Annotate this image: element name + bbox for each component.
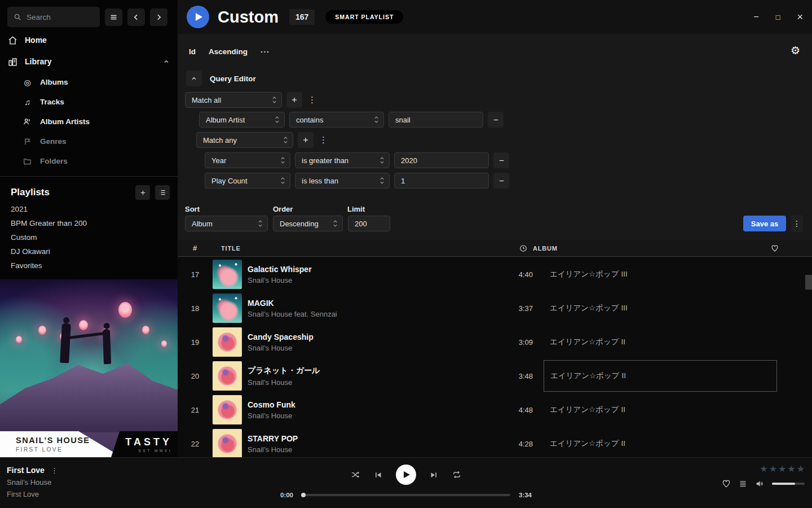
close-button[interactable]: ×	[797, 12, 803, 22]
add-rule-button[interactable]	[298, 132, 314, 148]
match-type-select[interactable]: Match any	[196, 132, 293, 148]
updown-icon	[379, 156, 385, 164]
repeat-button[interactable]	[452, 470, 462, 479]
star-icon[interactable]: ★	[797, 465, 805, 474]
rule-operator-value: is less than	[302, 177, 338, 185]
sidebar-item-genres[interactable]: Genres	[0, 132, 178, 151]
settings-gear-icon[interactable]: ⚙	[791, 44, 800, 57]
now-playing-title[interactable]: First Love	[7, 466, 45, 475]
track-row[interactable]: 19 Candy Spaceship Snail’s House 3:09 エイ…	[178, 325, 812, 359]
playlist-item[interactable]: BPM Greater than 200	[0, 216, 178, 230]
playlist-item[interactable]: Favorites	[0, 259, 178, 273]
playback-controls	[350, 465, 462, 485]
heart-icon	[722, 479, 731, 488]
rule-value-input[interactable]	[394, 152, 489, 168]
rule-operator-select[interactable]: is less than	[295, 173, 390, 189]
rule-operator-select[interactable]: contains	[289, 112, 384, 128]
remove-rule-button[interactable]	[493, 173, 509, 189]
sidebar-item-tracks[interactable]: ♫ Tracks	[0, 92, 178, 112]
track-artist: Snail’s House	[248, 276, 486, 284]
scrollbar-thumb[interactable]	[805, 275, 812, 290]
column-header-album[interactable]: ALBUM	[533, 245, 558, 252]
heart-icon[interactable]	[771, 244, 779, 252]
query-rule-3: Play Count is less than	[205, 173, 509, 189]
sidebar-item-albums[interactable]: ◎ Albums	[0, 72, 178, 92]
nav-back-button[interactable]	[127, 8, 145, 26]
sort-order-control[interactable]: Ascending	[209, 47, 248, 56]
seek-bar[interactable]	[302, 494, 510, 496]
add-playlist-button[interactable]	[135, 185, 150, 200]
chevron-up-icon[interactable]	[163, 58, 170, 65]
track-row[interactable]: 17 Galactic Whisper Snail’s House 4:40 エ…	[178, 257, 812, 291]
play-pause-button[interactable]	[396, 465, 416, 485]
column-header-title[interactable]: TITLE	[213, 245, 248, 252]
play-playlist-button[interactable]	[187, 6, 209, 28]
star-icon[interactable]: ★	[778, 465, 786, 474]
column-header-index[interactable]: #	[178, 244, 213, 252]
queue-button[interactable]	[739, 480, 747, 488]
sidebar-item-album-artists[interactable]: Album Artists	[0, 112, 178, 132]
favorite-button[interactable]	[722, 479, 731, 488]
track-album-cell: エイリアン☆ポップ II	[533, 360, 787, 392]
sidebar-item-home[interactable]: Home	[0, 29, 178, 51]
rule-value-input[interactable]	[389, 112, 483, 128]
track-title: Cosmo Funk	[248, 400, 486, 409]
rule-field-select[interactable]: Play Count	[205, 173, 290, 189]
rule-field-select[interactable]: Album Artist	[199, 112, 285, 128]
column-header-duration[interactable]	[486, 244, 533, 252]
star-icon[interactable]: ★	[787, 465, 795, 474]
playlist-item[interactable]: 2021	[0, 202, 178, 216]
previous-track-button[interactable]	[374, 471, 382, 479]
minimize-button[interactable]: −	[753, 12, 758, 21]
mute-button[interactable]	[755, 479, 764, 488]
playlist-list-view-button[interactable]	[155, 185, 170, 200]
save-options-button[interactable]: ⋮	[791, 215, 803, 232]
maximize-button[interactable]: □	[776, 14, 780, 21]
order-select[interactable]: Descending	[273, 216, 343, 231]
playlist-item[interactable]: DJ Okawari	[0, 244, 178, 259]
track-row[interactable]: 18 MAGIK Snail’s House feat. Sennzai 3:3…	[178, 291, 812, 325]
collapse-query-editor-button[interactable]	[186, 71, 202, 86]
sidebar-item-library[interactable]: Library	[0, 51, 178, 72]
lantern-decoration	[161, 340, 167, 347]
shuffle-button[interactable]	[350, 470, 360, 479]
match-type-select[interactable]: Match all	[185, 92, 282, 108]
track-row[interactable]: 21 Cosmo Funk Snail’s House 4:48 エイリアン☆ポ…	[178, 393, 812, 427]
now-playing-artist: Snail’s House	[7, 478, 58, 487]
sort-field-control[interactable]: Id	[189, 47, 196, 56]
more-options-button[interactable]: ···	[261, 47, 270, 56]
rule-field-select[interactable]: Year	[205, 152, 290, 168]
track-album-cell: エイリアン☆ポップ III	[533, 259, 787, 290]
group-menu-button[interactable]: ⋮	[307, 95, 317, 105]
search-input[interactable]	[27, 13, 89, 21]
group-menu-button[interactable]: ⋮	[318, 135, 329, 145]
remove-rule-button[interactable]	[493, 152, 509, 168]
track-duration: 4:40	[486, 270, 533, 279]
remove-rule-button[interactable]	[488, 112, 504, 128]
chevron-up-icon	[191, 75, 197, 82]
track-row[interactable]: 20 プラネット・ガール Snail’s House 3:48 エイリアン☆ポッ…	[178, 359, 812, 393]
rule-value-input[interactable]	[394, 173, 489, 189]
playlist-item[interactable]: Custom	[0, 230, 178, 244]
star-icon[interactable]: ★	[760, 465, 767, 474]
hamburger-icon	[109, 13, 118, 21]
track-duration: 3:09	[486, 338, 533, 347]
limit-input[interactable]	[348, 216, 390, 231]
track-artist: Snail’s House	[248, 344, 486, 352]
seek-handle[interactable]	[301, 493, 306, 497]
save-as-button[interactable]: Save as	[743, 216, 786, 231]
search-box[interactable]	[7, 7, 100, 27]
sort-select[interactable]: Album	[185, 216, 268, 231]
add-rule-button[interactable]	[286, 92, 302, 108]
nav-forward-button[interactable]	[150, 8, 167, 26]
track-number: 17	[178, 270, 213, 279]
menu-button[interactable]	[105, 8, 122, 26]
star-icon[interactable]: ★	[769, 465, 777, 474]
minus-icon	[492, 116, 500, 124]
volume-slider[interactable]	[772, 483, 805, 485]
rule-operator-select[interactable]: is greater than	[295, 152, 390, 168]
track-menu-button[interactable]: ⋮	[51, 466, 58, 475]
track-row[interactable]: 22 STARRY POP Snail’s House 4:28 エイリアン☆ポ…	[178, 427, 812, 457]
sidebar-item-folders[interactable]: Folders	[0, 151, 178, 171]
next-track-button[interactable]	[430, 471, 438, 479]
